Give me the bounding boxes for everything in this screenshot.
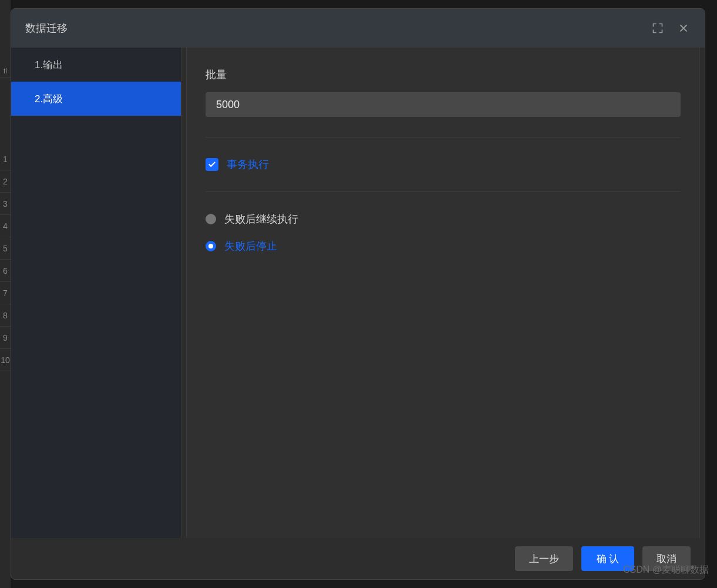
row-num: 6 (0, 260, 11, 282)
row-label: ti (0, 65, 11, 78)
sidebar-item-output[interactable]: 1.输出 (11, 48, 181, 82)
radio-stop-on-fail[interactable]: 失败后停止 (206, 239, 681, 253)
batch-input[interactable] (206, 92, 681, 117)
data-migration-dialog: 数据迁移 1.输出 2.高级 批量 (11, 8, 705, 580)
radio-icon (206, 214, 216, 224)
confirm-button[interactable]: 确认 (581, 546, 634, 571)
radio-icon (206, 241, 216, 251)
divider (206, 137, 681, 137)
divider (206, 191, 681, 192)
row-num: 3 (0, 193, 11, 215)
transaction-checkbox-row[interactable]: 事务执行 (206, 157, 681, 172)
radio-continue-on-fail[interactable]: 失败后继续执行 (206, 212, 681, 226)
sidebar-item-label: 1.输出 (35, 58, 63, 72)
failure-radio-group: 失败后继续执行 失败后停止 (206, 212, 681, 253)
prev-button[interactable]: 上一步 (515, 546, 573, 571)
sidebar-item-label: 2.高级 (35, 92, 63, 106)
fullscreen-icon[interactable] (651, 21, 665, 35)
row-num: 7 (0, 282, 11, 304)
dialog-body: 1.输出 2.高级 批量 事务执行 (11, 48, 705, 538)
dialog-header: 数据迁移 (11, 9, 705, 48)
radio-label: 失败后继续执行 (224, 212, 298, 226)
row-num: 5 (0, 237, 11, 260)
content-area: 批量 事务执行 失败后继续执行 (186, 48, 700, 538)
row-num: 4 (0, 215, 11, 237)
row-num: 1 (0, 148, 11, 170)
batch-label: 批量 (206, 68, 681, 82)
dialog-title: 数据迁移 (25, 21, 68, 35)
row-num: 9 (0, 327, 11, 349)
checkbox-icon[interactable] (206, 158, 218, 171)
radio-label: 失败后停止 (224, 239, 277, 253)
row-num: 8 (0, 304, 11, 327)
background-row-numbers: ti 1 2 3 4 5 6 7 8 9 10 (0, 0, 11, 588)
transaction-label: 事务执行 (227, 157, 269, 172)
cancel-button[interactable]: 取消 (642, 546, 691, 571)
row-num: 10 (0, 349, 11, 371)
sidebar: 1.输出 2.高级 (11, 48, 181, 538)
close-icon[interactable] (676, 21, 691, 35)
header-icons (651, 21, 691, 35)
sidebar-item-advanced[interactable]: 2.高级 (11, 82, 181, 116)
content-wrapper: 批量 事务执行 失败后继续执行 (181, 48, 705, 538)
row-num: 2 (0, 170, 11, 193)
dialog-footer: 上一步 确认 取消 (11, 538, 705, 579)
